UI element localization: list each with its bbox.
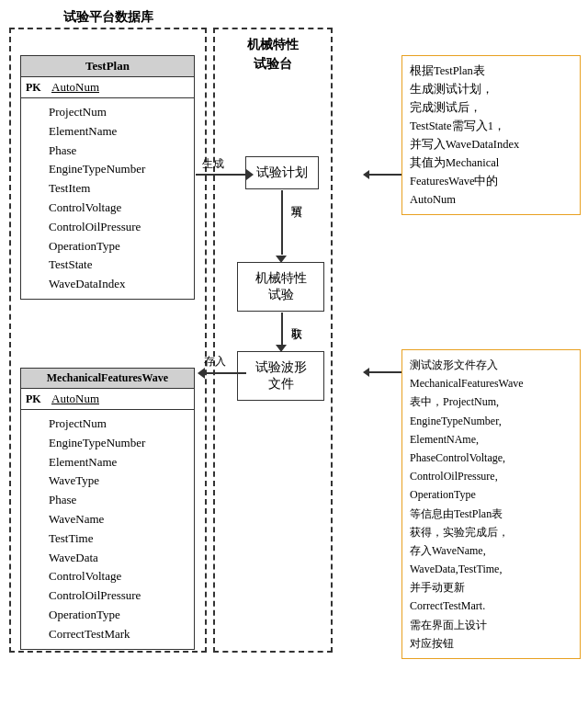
mechanical-title: MechanicalFeaturesWave [21, 369, 194, 389]
testplan-title: TestPlan [21, 56, 194, 77]
field-row: Phase [49, 491, 187, 510]
field-row: ControlOilPressure [49, 586, 187, 606]
mechanical-table: MechanicalFeaturesWave PK AutoNum Projec… [20, 368, 195, 650]
field-row: TestItem [49, 179, 187, 199]
field-row: WaveType [49, 472, 187, 491]
field-row: TestTime [49, 529, 187, 549]
testplan-pk-row: PK AutoNum [21, 77, 194, 98]
main-container: 试验平台数据库 TestPlan PK AutoNum ProjectNum E… [0, 0, 588, 705]
field-row: CorrectTestMark [49, 625, 187, 644]
field-row: WaveName [49, 510, 187, 529]
flow-dashed-box [213, 28, 333, 653]
annotation-bottom: 测试波形文件存入 MechanicalFeaturesWave 表中，Proje… [401, 349, 581, 659]
field-row: WaveDataIndex [49, 275, 187, 294]
generate-label: 生成 [202, 156, 224, 172]
field-row: WaveData [49, 549, 187, 568]
mechanical-pk-label: PK [26, 392, 44, 406]
db-title: 试验平台数据库 [9, 9, 207, 26]
testplan-table: TestPlan PK AutoNum ProjectNum ElementNa… [20, 55, 195, 300]
field-row: ElementName [49, 122, 187, 142]
annotation-top: 根据TestPlan表 生成测试计划， 完成测试后， TestState需写入1… [401, 55, 581, 215]
field-row: OperationType [49, 606, 187, 625]
mechanical-fields: ProjectNum EngineTypeNumber ElementName … [21, 410, 194, 649]
field-row: EngineTypeNumber [49, 160, 187, 179]
field-row: ProjectNum [49, 415, 187, 434]
field-row: ControlOilPressure [49, 218, 187, 237]
field-row: TestState [49, 256, 187, 275]
field-row: OperationType [49, 237, 187, 256]
flow-box-wave: 试验波形 文件 [237, 351, 324, 401]
flow-title: 机械特性 试验台 [213, 35, 333, 74]
field-row: EngineTypeNumber [49, 434, 187, 453]
mechanical-pk-row: PK AutoNum [21, 389, 194, 410]
field-row: Phase [49, 142, 187, 161]
flow-box-test: 机械特性 试验 [237, 262, 324, 312]
arrow-fill [281, 190, 283, 255]
field-row: ControlVoltage [49, 567, 187, 586]
mechanical-pk-field: AutoNum [51, 392, 99, 406]
testplan-pk-label: PK [26, 81, 44, 95]
field-row: ControlVoltage [49, 199, 187, 218]
arrow-get [281, 313, 283, 345]
annotation-arrow-top [363, 170, 401, 179]
annotation-arrow-bottom [363, 368, 401, 377]
field-row: ElementName [49, 453, 187, 472]
flow-box-plan: 试验计划 [245, 156, 319, 189]
field-row: ProjectNum [49, 103, 187, 122]
testplan-fields: ProjectNum ElementName Phase EngineTypeN… [21, 98, 194, 299]
store-label: 存入 [204, 354, 226, 370]
testplan-pk-field: AutoNum [51, 80, 99, 95]
